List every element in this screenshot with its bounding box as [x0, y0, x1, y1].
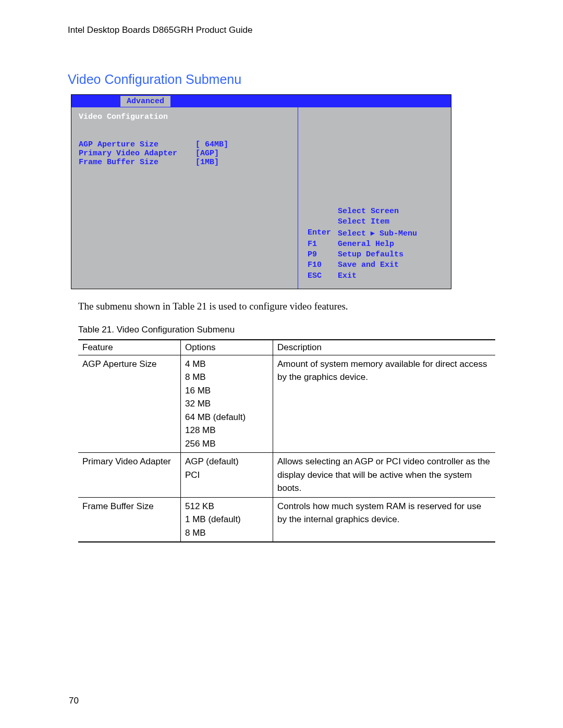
table-cell-feature: Primary Video Adapter: [78, 453, 181, 498]
bios-screenshot: Advanced Video Configuration AGP Apertur…: [71, 94, 451, 289]
bios-help-row: F1 General Help: [308, 239, 451, 250]
bios-help-row: Select Item: [308, 217, 451, 227]
table-header-row: Feature Options Description: [78, 340, 495, 355]
bios-help-action: Select Screen: [338, 206, 399, 217]
bios-help-action: Setup Defaults: [338, 250, 403, 260]
bios-setting-value: [ 64MB]: [195, 140, 228, 149]
table-cell-options: 512 KB1 MB (default)8 MB: [181, 497, 273, 542]
bios-help-action: Select ▸ Sub-Menu: [338, 228, 417, 239]
body-paragraph: The submenu shown in Table 21 is used to…: [78, 301, 495, 312]
bios-help-action: Save and Exit: [338, 260, 399, 270]
bios-help-key: F10: [308, 260, 338, 270]
bios-help-key: [308, 217, 338, 227]
bios-setting-label: AGP Aperture Size: [79, 140, 195, 149]
table-header: Options: [181, 340, 273, 355]
bios-help-key: ESC: [308, 271, 338, 281]
bios-help-action: Exit: [338, 271, 357, 281]
table-row: Primary Video AdapterAGP (default)PCIAll…: [78, 453, 495, 498]
table-row: AGP Aperture Size4 MB8 MB16 MB32 MB64 MB…: [78, 355, 495, 453]
bios-tab-row: Advanced: [71, 95, 451, 107]
table-cell-description: Amount of system memory available for di…: [273, 355, 496, 453]
table-cell-feature: AGP Aperture Size: [78, 355, 181, 453]
table-cell-options: AGP (default)PCI: [181, 453, 273, 498]
bios-help-action: General Help: [338, 239, 394, 250]
bios-help-row: P9 Setup Defaults: [308, 250, 451, 260]
bios-setting-row: Frame Buffer Size [1MB]: [71, 158, 298, 167]
right-arrow-icon: ▸: [371, 228, 375, 237]
bios-left-panel: Video Configuration AGP Aperture Size [ …: [71, 107, 298, 289]
bios-help-key: [308, 206, 338, 217]
bios-help-action: Select Item: [338, 217, 389, 227]
feature-table: Feature Options Description AGP Aperture…: [78, 339, 495, 543]
table-header: Description: [273, 340, 496, 355]
bios-help-row: Select Screen: [308, 206, 451, 217]
section-heading: Video Configuration Submenu: [68, 72, 495, 87]
bios-help-row: Enter Select ▸ Sub-Menu: [308, 228, 451, 239]
table-header: Feature: [78, 340, 181, 355]
bios-setting-row: AGP Aperture Size [ 64MB]: [71, 140, 298, 149]
bios-help-row: F10 Save and Exit: [308, 260, 451, 270]
bios-setting-value: [AGP]: [195, 149, 219, 158]
page-number: 70: [69, 696, 79, 706]
bios-help-key: F1: [308, 239, 338, 250]
bios-tab-advanced: Advanced: [120, 96, 170, 107]
table-cell-description: Allows selecting an AGP or PCI video con…: [273, 453, 496, 498]
table-cell-feature: Frame Buffer Size: [78, 497, 181, 542]
bios-help-key: P9: [308, 250, 338, 260]
table-cell-options: 4 MB8 MB16 MB32 MB64 MB (default)128 MB2…: [181, 355, 273, 453]
table-row: Frame Buffer Size512 KB1 MB (default)8 M…: [78, 497, 495, 542]
bios-setting-label: Primary Video Adapter: [79, 149, 195, 158]
table-cell-description: Controls how much system RAM is reserved…: [273, 497, 496, 542]
table-caption: Table 21. Video Configuration Submenu: [78, 325, 495, 335]
bios-panel-title: Video Configuration: [71, 113, 298, 121]
bios-setting-label: Frame Buffer Size: [79, 158, 195, 167]
bios-help-row: ESC Exit: [308, 271, 451, 281]
bios-help-panel: Select Screen Select Item Enter Select ▸…: [298, 107, 451, 289]
bios-setting-value: [1MB]: [195, 158, 219, 167]
bios-setting-row: Primary Video Adapter [AGP]: [71, 149, 298, 158]
doc-header: Intel Desktop Boards D865GRH Product Gui…: [68, 25, 495, 35]
bios-help-key: Enter: [308, 228, 338, 239]
